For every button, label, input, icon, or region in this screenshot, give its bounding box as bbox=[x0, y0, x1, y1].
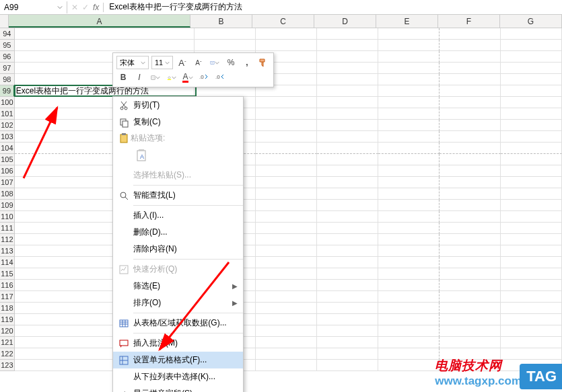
menu-sort[interactable]: 排序(O)▶ bbox=[113, 295, 243, 311]
row-header[interactable]: 117 bbox=[0, 291, 15, 303]
cell[interactable] bbox=[256, 177, 317, 188]
cell[interactable] bbox=[317, 108, 378, 120]
row-header[interactable]: 104 bbox=[0, 143, 15, 154]
cell[interactable] bbox=[378, 51, 440, 63]
menu-smart-lookup[interactable]: 智能查找(L) bbox=[113, 187, 243, 204]
menu-pick-from-list[interactable]: 从下拉列表中选择(K)... bbox=[113, 368, 243, 385]
row-header[interactable]: 97 bbox=[0, 63, 15, 74]
menu-get-data[interactable]: 从表格/区域获取数据(G)... bbox=[113, 315, 243, 331]
cell[interactable] bbox=[317, 200, 378, 211]
cell[interactable] bbox=[317, 120, 378, 131]
row-header[interactable]: 96 bbox=[0, 51, 15, 63]
menu-clear[interactable]: 清除内容(N) bbox=[113, 241, 243, 258]
cell[interactable] bbox=[317, 97, 378, 108]
cell[interactable] bbox=[440, 314, 501, 325]
row-header[interactable]: 103 bbox=[0, 131, 15, 143]
cell[interactable] bbox=[378, 188, 440, 200]
column-header-a[interactable]: A bbox=[9, 15, 190, 28]
row-header[interactable]: 109 bbox=[0, 200, 15, 211]
cell[interactable] bbox=[317, 360, 378, 371]
cell[interactable] bbox=[378, 291, 440, 303]
cell[interactable] bbox=[256, 28, 317, 40]
percent-button[interactable]: % bbox=[224, 56, 238, 69]
cell[interactable] bbox=[440, 177, 501, 188]
cell[interactable] bbox=[317, 131, 378, 143]
row-header[interactable]: 113 bbox=[0, 245, 15, 257]
row-header[interactable]: 120 bbox=[0, 325, 15, 337]
merge-dropdown[interactable] bbox=[208, 56, 221, 69]
cell[interactable] bbox=[501, 74, 562, 85]
menu-cut[interactable]: 剪切(T) bbox=[113, 97, 243, 114]
row-header[interactable]: 114 bbox=[0, 257, 15, 268]
cell[interactable] bbox=[440, 154, 501, 165]
row-header[interactable]: 116 bbox=[0, 280, 15, 291]
cell[interactable] bbox=[440, 268, 501, 280]
cell[interactable] bbox=[15, 28, 195, 40]
row-header[interactable]: 118 bbox=[0, 303, 15, 314]
font-color-dropdown[interactable]: A bbox=[181, 71, 195, 84]
menu-format-cells[interactable]: 设置单元格格式(F)... bbox=[113, 352, 243, 368]
row-header[interactable]: 105 bbox=[0, 154, 15, 165]
cell[interactable] bbox=[256, 257, 317, 268]
cell[interactable] bbox=[378, 223, 440, 234]
menu-copy[interactable]: 复制(C) bbox=[113, 114, 243, 130]
cell[interactable] bbox=[378, 280, 440, 291]
name-box[interactable]: A99 bbox=[0, 1, 67, 13]
cell[interactable] bbox=[378, 200, 440, 211]
column-header-b[interactable]: B bbox=[190, 15, 252, 28]
cell[interactable] bbox=[256, 280, 317, 291]
cell[interactable] bbox=[501, 268, 562, 280]
cell[interactable] bbox=[317, 154, 378, 165]
cell[interactable] bbox=[256, 97, 317, 108]
cell[interactable] bbox=[378, 143, 440, 154]
cell[interactable] bbox=[256, 314, 317, 325]
cell[interactable] bbox=[440, 28, 501, 40]
column-header-d[interactable]: D bbox=[314, 15, 376, 28]
cell[interactable] bbox=[501, 188, 562, 200]
cell[interactable] bbox=[501, 280, 562, 291]
border-dropdown[interactable] bbox=[149, 71, 162, 84]
cell[interactable] bbox=[378, 234, 440, 245]
cell[interactable] bbox=[195, 28, 256, 40]
cell[interactable] bbox=[378, 74, 440, 85]
cell[interactable] bbox=[440, 120, 501, 131]
cell[interactable] bbox=[378, 120, 440, 131]
cell[interactable] bbox=[256, 165, 317, 177]
cell[interactable] bbox=[317, 40, 378, 51]
menu-delete[interactable]: 删除(D)... bbox=[113, 224, 243, 241]
comma-button[interactable]: , bbox=[240, 56, 254, 69]
cell[interactable] bbox=[501, 51, 562, 63]
row-header[interactable]: 95 bbox=[0, 40, 15, 51]
cell[interactable] bbox=[501, 245, 562, 257]
row-header[interactable]: 100 bbox=[0, 97, 15, 108]
cell[interactable] bbox=[440, 51, 501, 63]
cell[interactable] bbox=[378, 108, 440, 120]
format-painter-button[interactable] bbox=[256, 56, 270, 69]
cell[interactable] bbox=[15, 40, 195, 51]
cell[interactable] bbox=[440, 211, 501, 223]
cell[interactable] bbox=[501, 211, 562, 223]
cell[interactable] bbox=[317, 165, 378, 177]
cell[interactable] bbox=[440, 257, 501, 268]
cell[interactable] bbox=[440, 97, 501, 108]
decrease-font-button[interactable]: Aˇ bbox=[192, 56, 205, 69]
cell[interactable] bbox=[378, 40, 440, 51]
cell[interactable] bbox=[317, 143, 378, 154]
cell[interactable] bbox=[317, 257, 378, 268]
cell[interactable] bbox=[440, 245, 501, 257]
cell[interactable] bbox=[440, 303, 501, 314]
cell[interactable] bbox=[501, 165, 562, 177]
cell[interactable] bbox=[378, 314, 440, 325]
column-header-e[interactable]: E bbox=[376, 15, 438, 28]
cell[interactable] bbox=[378, 337, 440, 348]
increase-font-button[interactable]: Aˆ bbox=[176, 56, 189, 69]
cell[interactable] bbox=[256, 154, 317, 165]
cell[interactable] bbox=[317, 314, 378, 325]
cell[interactable] bbox=[440, 74, 501, 85]
cell[interactable] bbox=[440, 337, 501, 348]
row-header[interactable]: 122 bbox=[0, 348, 15, 360]
row-header[interactable]: 108 bbox=[0, 188, 15, 200]
row-header[interactable]: 111 bbox=[0, 223, 15, 234]
row-header[interactable]: 107 bbox=[0, 177, 15, 188]
bold-button[interactable]: B bbox=[116, 71, 130, 84]
